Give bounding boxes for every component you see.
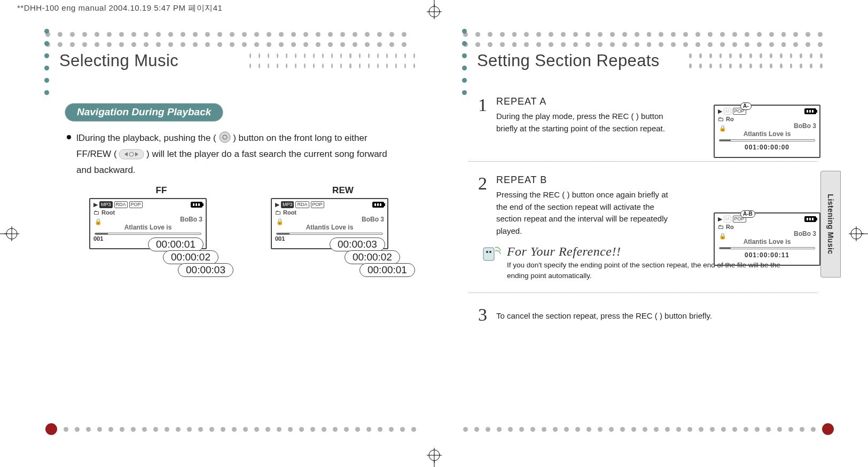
time-code: 001:00:00:00 (718, 144, 816, 151)
time-oval: 00:00:03 (178, 263, 233, 277)
artist-label: BoBo 3 (718, 230, 816, 238)
repeat-ab-tag: A-B (740, 210, 755, 218)
section-tab-listening-music: Listening Music (820, 171, 841, 278)
battery-icon (372, 202, 384, 208)
time-oval: 00:00:02 (345, 250, 400, 264)
title-side-dots (462, 29, 467, 95)
battery-icon (804, 108, 816, 114)
step-text-3: To cancel the section repeat, press the … (496, 310, 795, 322)
time-oval: 00:00:01 (148, 238, 204, 251)
tag-mp3: MP3 (99, 201, 113, 208)
track-label: Atlantis Love is (275, 224, 384, 231)
tag-rda: RDA (295, 201, 309, 208)
ffrew-arrows-icon (119, 149, 144, 163)
step-text-1: During the play mode, press the REC ( ) … (496, 110, 678, 134)
step-num-3: 3 (478, 306, 491, 324)
time-oval: 00:00:02 (163, 250, 218, 264)
footer-dots-right (463, 423, 823, 435)
print-job-note: **DHH-100 eng manual 2004.10.19 5:47 PM … (17, 3, 222, 13)
battery-icon (191, 202, 202, 208)
section-separator (468, 292, 817, 293)
section-separator (468, 161, 817, 162)
battery-icon (804, 216, 816, 222)
ff-label: FF (89, 185, 233, 196)
tag-pop: POP (311, 201, 324, 208)
title-trail-dots-left (249, 53, 415, 68)
lock-icon: 🔒 (95, 218, 102, 225)
title-trail-dots-right (689, 53, 823, 68)
progress-bar (719, 139, 815, 141)
folder-icon: 🗀 (275, 209, 281, 216)
time-code: 001:00:00:11 (718, 251, 816, 259)
rew-label: REW (271, 185, 415, 196)
rew-column: REW ▶ MP3 RDA POP 🗀 Root 🔒 BoBo 3 (271, 185, 415, 277)
track-label: Atlantis Love is (93, 224, 202, 231)
play-icon: ▶ (718, 216, 722, 223)
root-label: Ro (726, 224, 734, 230)
folder-icon: 🗀 (93, 209, 99, 216)
svg-point-16 (220, 132, 230, 143)
crop-mark-right (849, 212, 868, 255)
step-num-1: 1 (478, 96, 491, 114)
page-dot-icon (45, 423, 57, 435)
repeat-a-tag: A- (740, 102, 752, 110)
artist-label: BoBo 3 (275, 216, 384, 223)
time-oval: 00:00:03 (330, 238, 385, 251)
folder-icon: 🗀 (718, 116, 724, 122)
track-index: 001 (275, 235, 285, 242)
svg-point-5 (429, 450, 440, 461)
time-oval: 00:00:01 (359, 263, 415, 277)
page-dot-icon (822, 423, 834, 435)
artist-label: BoBo 3 (718, 122, 816, 130)
section-pill: Navigation During Playback (65, 103, 223, 122)
tag-rda: RDA (114, 201, 128, 208)
progress-bar (719, 247, 815, 249)
svg-point-9 (6, 228, 17, 239)
root-label: Root (283, 209, 296, 216)
svg-rect-18 (119, 149, 144, 159)
page-right: Setting Section Repeats 1 REPEAT A Durin… (458, 32, 828, 435)
root-label: Ro (726, 116, 734, 122)
page-left: Selecting Music Navigation During Playba… (40, 32, 420, 435)
play-icon: ▶ (718, 108, 722, 115)
lcd-repeat-b: ▶ M A-B POP 🗀 Ro 🔒 BoBo 3 Atlantis Love … (714, 212, 820, 266)
root-label: Root (101, 209, 115, 216)
header-dots-right (463, 32, 823, 47)
track-index: 001 (93, 235, 103, 242)
track-label: Atlantis Love is (718, 238, 816, 246)
progress-bar (276, 233, 383, 235)
ff-column: FF ▶ MP3 RDA POP 🗀 Root 🔒 BoBo 3 (89, 185, 233, 277)
reference-mascot-icon (480, 244, 502, 263)
jog-button-icon (219, 131, 231, 147)
crop-mark-bottom (413, 448, 456, 467)
svg-point-23 (486, 251, 488, 253)
lock-icon: 🔒 (719, 233, 726, 240)
track-label: Atlantis Love is (718, 130, 816, 138)
svg-point-13 (851, 228, 862, 239)
play-icon: ▶ (93, 201, 98, 208)
progress-bar (95, 233, 201, 235)
playback-instruction: lDuring the playback, pushing the ( ) bu… (67, 131, 398, 178)
tag-mp3: MP3 (281, 201, 294, 208)
title-side-dots (44, 29, 49, 95)
lcd-repeat-a: ▶ M A- POP 🗀 Ro 🔒 BoBo 3 Atlantis Love i… (714, 105, 820, 158)
rew-time-stack: 00:00:03 00:00:02 00:00:01 (330, 238, 415, 277)
para-a: lDuring the playback, pushing the ( (76, 133, 216, 143)
artist-label: BoBo 3 (93, 216, 202, 223)
svg-rect-22 (483, 248, 494, 260)
ff-time-stack: 00:00:01 00:00:02 00:00:03 (148, 238, 233, 277)
step-title-2: REPEAT B (496, 175, 823, 186)
crop-mark-top (413, 0, 456, 19)
svg-point-1 (429, 6, 440, 17)
step-num-2: 2 (478, 175, 491, 193)
lock-icon: 🔒 (276, 218, 284, 225)
header-dots-left (45, 32, 415, 47)
lock-icon: 🔒 (719, 125, 726, 132)
play-icon: ▶ (275, 201, 279, 208)
tag-pop: POP (129, 201, 143, 208)
section-tab-label: Listening Music (826, 194, 835, 254)
crop-mark-left (0, 212, 19, 255)
svg-point-24 (489, 251, 491, 253)
step-text-2: Pressing the REC ( ) button once again b… (496, 189, 678, 237)
footer-dots-left (45, 423, 415, 435)
